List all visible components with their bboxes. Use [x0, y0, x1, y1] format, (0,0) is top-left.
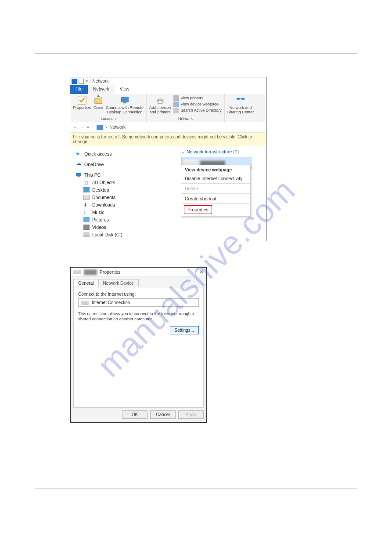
footer-rule	[35, 489, 357, 489]
connect-remote-button[interactable]: Connect with Remote Desktop Connection	[106, 95, 144, 115]
header-rule	[35, 54, 357, 54]
sharing-center-icon	[236, 95, 245, 105]
tree-music[interactable]: ♪Music	[74, 209, 178, 216]
dialog-title-bar: ████ Properties ✕	[71, 268, 206, 276]
connection-name: Internet Connection	[92, 300, 130, 305]
explorer-window: ▾ | Network File Network View Properties…	[70, 77, 266, 241]
tab-file[interactable]: File	[70, 85, 88, 94]
remote-desktop-icon	[120, 95, 129, 105]
content-pane: ⌄ Network Infrastructure (1) ████████ Vi…	[178, 146, 266, 241]
ribbon-group-location: Properties Open Connect with Remote Desk…	[70, 94, 147, 122]
dialog-button-row: OK Cancel Apply	[71, 408, 206, 421]
connection-description: This connection allows you to connect to…	[78, 311, 199, 322]
ctx-separator	[181, 183, 250, 184]
settings-button[interactable]: Settings...	[170, 326, 199, 334]
tab-network[interactable]: Network	[88, 85, 115, 94]
add-devices-button[interactable]: Add devices and printers	[149, 95, 171, 115]
recent-dropdown-icon[interactable]: ▾	[87, 125, 89, 130]
sharing-center-button[interactable]: Network and Sharing Center	[227, 95, 254, 115]
svg-rect-6	[237, 98, 240, 101]
ctx-separator	[181, 203, 250, 204]
svg-rect-2	[123, 102, 126, 104]
properties-button[interactable]: Properties	[73, 95, 91, 110]
ribbon-caption-network: Network	[178, 116, 193, 121]
breadcrumb-separator: ›	[105, 125, 107, 130]
ribbon: Properties Open Connect with Remote Desk…	[70, 94, 266, 122]
dialog-panel: Connect to the Internet using: Internet …	[73, 287, 204, 408]
svg-rect-8	[76, 173, 81, 176]
tab-network-device[interactable]: Network Device	[98, 279, 139, 287]
context-menu: View device webpage Disable Internet con…	[181, 165, 250, 216]
back-icon[interactable]: ←	[73, 125, 77, 130]
forward-icon[interactable]: →	[80, 125, 84, 130]
documents-icon	[83, 195, 90, 200]
ribbon-caption-location: Location	[101, 116, 116, 121]
view-device-webpage-button[interactable]: View device webpage	[173, 102, 222, 107]
connection-icon	[81, 301, 89, 305]
tree-desktop[interactable]: Desktop	[74, 186, 178, 193]
cube-icon: ◫	[83, 180, 90, 185]
close-icon[interactable]: ✕	[199, 269, 204, 275]
dialog-device-name-blurred: ████	[84, 269, 97, 275]
tree-downloads[interactable]: ⬇Downloads	[74, 201, 178, 208]
open-button[interactable]: Open	[94, 95, 103, 110]
monitor-icon	[76, 172, 82, 178]
desktop-icon	[83, 187, 90, 192]
open-folder-icon	[94, 95, 103, 105]
ctx-separator	[181, 193, 250, 194]
connection-box[interactable]: Internet Connection	[78, 298, 199, 307]
qat-checkbox-icon[interactable]	[79, 79, 84, 84]
ok-button[interactable]: OK	[122, 410, 147, 419]
search-ad-button[interactable]: Search Active Directory	[173, 108, 222, 113]
svg-rect-7	[241, 98, 245, 101]
tree-quick-access[interactable]: ★Quick access	[74, 150, 178, 157]
network-icon	[72, 79, 77, 84]
ribbon-tabs: File Network View	[70, 85, 266, 94]
svg-rect-5	[158, 101, 162, 104]
tab-view[interactable]: View	[115, 85, 135, 94]
dialog-router-icon	[73, 270, 81, 274]
address-bar[interactable]: ← → ▾ ↑ › Network	[70, 122, 266, 133]
videos-icon	[83, 225, 90, 230]
downloads-icon: ⬇	[83, 202, 90, 207]
checkmark-icon	[77, 95, 87, 105]
ribbon-group-sharing: Network and Sharing Center	[225, 94, 257, 122]
up-icon[interactable]: ↑	[92, 125, 94, 130]
view-printers-button[interactable]: View printers	[173, 95, 222, 101]
cancel-button[interactable]: Cancel	[150, 410, 176, 419]
nav-tree: ★Quick access OneDrive This PC ◫3D Objec…	[70, 146, 178, 241]
tree-onedrive[interactable]: OneDrive	[74, 161, 178, 168]
ctx-create-shortcut[interactable]: Create shortcut	[181, 194, 250, 203]
connect-label: Connect to the Internet using:	[78, 292, 199, 297]
breadcrumb[interactable]: Network	[109, 125, 126, 130]
ctx-delete: Delete	[181, 184, 250, 193]
ctx-properties[interactable]: Properties	[184, 205, 212, 214]
chevron-down-icon: ⌄	[181, 149, 185, 154]
qat-dropdown-icon[interactable]: ▾	[86, 79, 88, 83]
dialog-title-suffix: Properties	[100, 269, 121, 275]
properties-dialog: ████ Properties ✕ General Network Device…	[70, 267, 207, 423]
dialog-tabs: General Network Device	[71, 276, 206, 287]
group-header[interactable]: ⌄ Network Infrastructure (1)	[181, 149, 263, 154]
tab-general[interactable]: General	[73, 279, 99, 287]
tree-3d-objects[interactable]: ◫3D Objects	[74, 179, 178, 186]
svg-rect-1	[121, 97, 129, 102]
info-bar[interactable]: File sharing is turned off. Some network…	[70, 133, 266, 146]
ribbon-group-network: Add devices and printers View printers V…	[147, 94, 225, 122]
ctx-disable-internet[interactable]: Disable Internet connectivity	[181, 174, 250, 183]
ctx-view-webpage[interactable]: View device webpage	[181, 165, 250, 174]
svg-rect-4	[158, 97, 162, 99]
tree-local-disk[interactable]: Local Disk (C:)	[74, 231, 178, 238]
tree-documents[interactable]: Documents	[74, 194, 178, 201]
tree-this-pc[interactable]: This PC	[74, 171, 178, 178]
tree-pictures[interactable]: Pictures	[74, 216, 178, 223]
tree-videos[interactable]: Videos	[74, 224, 178, 231]
svg-rect-9	[77, 176, 79, 177]
printer-icon	[155, 95, 165, 105]
apply-button: Apply	[178, 410, 204, 419]
title-divider: |	[90, 79, 91, 83]
window-title: Network	[93, 79, 109, 83]
network-crumb-icon	[97, 125, 103, 130]
title-bar: ▾ | Network	[70, 77, 266, 85]
onedrive-icon	[76, 162, 82, 167]
